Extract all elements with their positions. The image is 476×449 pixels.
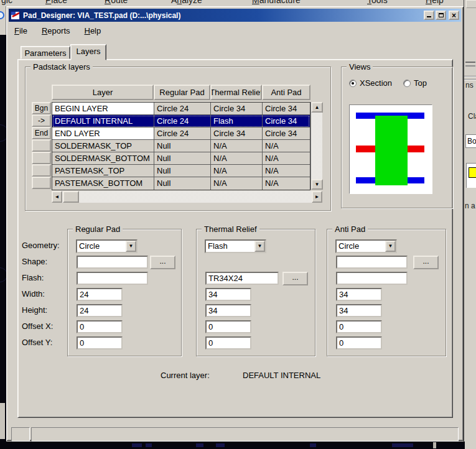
cell-thermal-relief[interactable]: N/A <box>211 177 263 190</box>
cell-regular-pad[interactable]: Null <box>154 177 211 190</box>
close-button[interactable]: × <box>449 11 459 20</box>
table-row-end-layer[interactable]: END LAYER Circle 24 Circle 34 Circle 34 <box>52 127 310 140</box>
thermal-relief-geometry-arrow[interactable]: ▼ <box>254 241 265 252</box>
thermal-relief-flash-input[interactable] <box>205 272 279 285</box>
cell-thermal-relief[interactable]: Flash <box>211 115 263 127</box>
regular-pad-width-input[interactable] <box>77 288 123 301</box>
tab-layers[interactable]: Layers <box>70 44 106 60</box>
regular-pad-shape-input[interactable] <box>77 256 148 269</box>
table-vertical-scrollbar[interactable]: ▲ ▼ <box>310 102 322 190</box>
bg-menu-help[interactable]: Help <box>426 0 444 5</box>
table-horizontal-scrollbar[interactable]: ◄ ► <box>52 191 322 203</box>
bg-menu-place[interactable]: Place <box>45 0 67 5</box>
cell-anti-pad[interactable]: N/A <box>263 140 310 152</box>
column-header-anti-pad[interactable]: Anti Pad <box>262 85 310 100</box>
radio-xsection[interactable]: XSection <box>349 78 392 88</box>
anti-pad-shape-browse-button[interactable]: ... <box>413 256 439 269</box>
menu-help[interactable]: Help <box>80 25 106 37</box>
cell-layer[interactable]: PASTEMASK_BOTTOM <box>52 177 154 190</box>
anti-pad-height-input[interactable] <box>336 304 382 317</box>
cell-anti-pad[interactable]: Circle 34 <box>263 115 310 127</box>
column-header-layer[interactable]: Layer <box>52 85 154 100</box>
row-marker-current[interactable]: -> <box>32 114 51 127</box>
anti-pad-flash-input[interactable] <box>336 272 408 285</box>
cell-regular-pad[interactable]: Null <box>154 165 211 177</box>
cell-layer[interactable]: PASTEMASK_TOP <box>52 165 154 177</box>
scrollbar-thumb[interactable] <box>63 191 79 203</box>
radio-top[interactable]: Top <box>403 78 427 88</box>
title-bar[interactable]: Pad_Designer: VIA_TEST.pad (D:...\physic… <box>9 9 461 22</box>
bg-menu-manufacture[interactable]: Manufacture <box>252 0 301 5</box>
table-row-soldermask-bottom[interactable]: SOLDERMASK_BOTTOM Null N/A N/A <box>52 152 310 165</box>
regular-pad-offset-y-input[interactable] <box>77 336 123 349</box>
cell-regular-pad[interactable]: Null <box>154 140 211 152</box>
cell-layer[interactable]: SOLDERMASK_TOP <box>52 140 154 152</box>
row-marker[interactable] <box>32 139 51 152</box>
anti-pad-offset-x-input[interactable] <box>336 320 382 333</box>
cell-anti-pad[interactable]: N/A <box>263 177 310 190</box>
scroll-down-icon[interactable]: ▼ <box>311 179 323 190</box>
scroll-up-icon[interactable]: ▲ <box>311 102 323 113</box>
minimize-button[interactable] <box>424 11 434 20</box>
cell-anti-pad[interactable]: Circle 34 <box>263 127 310 139</box>
anti-pad-geometry-select[interactable]: Circle ▼ <box>335 239 397 253</box>
cell-layer[interactable]: BEGIN LAYER <box>52 103 154 114</box>
row-marker-end[interactable]: End <box>32 127 51 139</box>
cell-layer[interactable]: SOLDERMASK_BOTTOM <box>52 152 154 164</box>
table-row-pastemask-bottom[interactable]: PASTEMASK_BOTTOM Null N/A N/A <box>52 177 310 190</box>
cell-anti-pad[interactable]: Circle 34 <box>263 103 310 114</box>
row-marker[interactable] <box>32 152 51 164</box>
row-marker[interactable] <box>32 164 51 177</box>
scroll-right-icon[interactable]: ► <box>312 191 322 203</box>
thermal-relief-width-input[interactable] <box>205 288 251 301</box>
scroll-left-icon[interactable]: ◄ <box>52 191 62 203</box>
regular-pad-offset-x-input[interactable] <box>77 320 123 333</box>
anti-pad-offset-y-input[interactable] <box>336 336 382 349</box>
anti-pad-geometry-arrow[interactable]: ▼ <box>385 241 396 252</box>
regular-pad-flash-input[interactable] <box>77 272 148 285</box>
bg-menu-tools[interactable]: Tools <box>367 0 388 5</box>
bg-menu-logic[interactable]: gic <box>1 0 12 5</box>
table-row-default-internal-selected[interactable]: DEFAULT INTERNAL Circle 24 Flash Circle … <box>52 115 310 127</box>
cell-regular-pad[interactable]: Circle 24 <box>154 127 211 139</box>
regular-pad-geometry-arrow[interactable]: ▼ <box>126 241 136 252</box>
cell-thermal-relief[interactable]: Circle 34 <box>211 127 263 139</box>
regular-pad-height-input[interactable] <box>77 304 123 317</box>
row-marker-bgn[interactable]: Bgn <box>32 102 51 114</box>
menu-reports[interactable]: Reports <box>37 25 75 37</box>
table-row-soldermask-top[interactable]: SOLDERMASK_TOP Null N/A N/A <box>52 140 310 152</box>
row-marker[interactable] <box>32 177 51 189</box>
background-toolbar-icon <box>465 60 475 71</box>
bg-menu-route[interactable]: Route <box>105 0 128 5</box>
cell-regular-pad[interactable]: Circle 24 <box>154 103 211 114</box>
thermal-relief-height-input[interactable] <box>205 304 251 317</box>
bg-menu-analyze[interactable]: Analyze <box>171 0 202 5</box>
cell-thermal-relief[interactable]: N/A <box>211 152 263 164</box>
tab-parameters[interactable]: Parameters <box>21 46 70 59</box>
regular-pad-geometry-select[interactable]: Circle ▼ <box>76 239 138 253</box>
cell-anti-pad[interactable]: N/A <box>263 152 310 164</box>
table-row-begin-layer[interactable]: BEGIN LAYER Circle 24 Circle 34 Circle 3… <box>52 103 310 115</box>
thermal-relief-offset-y-input[interactable] <box>205 336 251 349</box>
regular-pad-shape-browse-button[interactable]: ... <box>150 256 175 269</box>
anti-pad-width-input[interactable] <box>336 288 382 301</box>
bg-board-dropdown-fragment[interactable]: Boa <box>465 134 476 148</box>
column-header-thermal-relief[interactable]: Thermal Relief <box>210 85 262 100</box>
menu-file[interactable]: File <box>10 25 32 37</box>
cell-anti-pad[interactable]: N/A <box>263 165 310 177</box>
column-header-regular-pad[interactable]: Regular Pad <box>154 85 210 100</box>
thermal-relief-geometry-select[interactable]: Flash ▼ <box>205 239 266 253</box>
cell-layer[interactable]: END LAYER <box>52 127 154 139</box>
thermal-relief-flash-browse-button[interactable]: ... <box>282 272 308 285</box>
cell-thermal-relief[interactable]: N/A <box>211 140 263 152</box>
thermal-relief-offset-x-input[interactable] <box>205 320 251 333</box>
cell-regular-pad[interactable]: Circle 24 <box>154 115 211 127</box>
cell-thermal-relief[interactable]: Circle 34 <box>211 103 263 114</box>
cell-thermal-relief[interactable]: N/A <box>211 165 263 177</box>
cell-layer[interactable]: DEFAULT INTERNAL <box>52 115 154 127</box>
cell-regular-pad[interactable]: Null <box>154 152 211 164</box>
table-row-pastemask-top[interactable]: PASTEMASK_TOP Null N/A N/A <box>52 165 310 177</box>
anti-pad-shape-input[interactable] <box>336 256 408 269</box>
bg-yellow-color-swatch[interactable] <box>469 167 476 178</box>
maximize-button[interactable] <box>436 11 446 20</box>
